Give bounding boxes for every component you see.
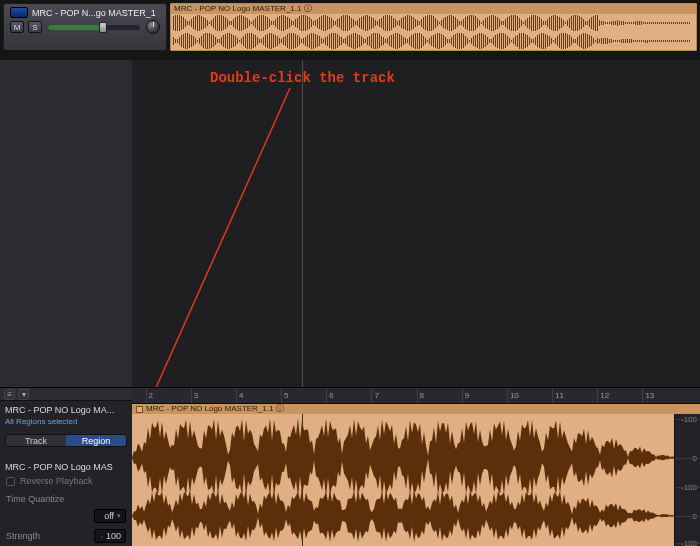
editor-main: 2345678910111213 MRC - POP NO Logo MASTE… bbox=[132, 388, 700, 546]
pan-knob[interactable] bbox=[146, 20, 160, 34]
audio-region[interactable]: MRC - POP NO Logo MASTER_1.1 ⓘ bbox=[170, 3, 697, 51]
ruler-tick: 10 bbox=[507, 388, 519, 403]
track-region-segmented[interactable]: Track Region bbox=[5, 434, 127, 447]
ruler-tick: 4 bbox=[236, 388, 243, 403]
volume-slider[interactable] bbox=[48, 25, 140, 30]
region-color-icon bbox=[136, 406, 143, 413]
chevron-down-icon: ▾ bbox=[117, 512, 121, 520]
time-quantize-select[interactable]: off ▾ bbox=[94, 509, 126, 523]
track-color-thumb[interactable] bbox=[10, 7, 28, 18]
app-root: MRC - POP N...go MASTER_1 M S MRC - POP … bbox=[0, 0, 700, 546]
chevron-updown-icon: ◦ bbox=[100, 533, 102, 540]
solo-button[interactable]: S bbox=[28, 21, 42, 33]
checkbox-icon bbox=[6, 477, 15, 486]
arrange-lane[interactable]: MRC - POP NO Logo MASTER_1.1 ⓘ bbox=[170, 3, 697, 51]
seg-region[interactable]: Region bbox=[66, 435, 126, 446]
editor-selection-subtitle: All Regions selected bbox=[0, 417, 132, 431]
region-label: MRC - POP NO Logo MASTER_1.1 ⓘ bbox=[171, 4, 696, 14]
arrange-canvas[interactable] bbox=[132, 60, 700, 387]
ruler-tick: 11 bbox=[552, 388, 564, 403]
annotation-text: Double-click the track bbox=[210, 70, 395, 86]
ruler-tick: 3 bbox=[191, 388, 198, 403]
track-header[interactable]: MRC - POP N...go MASTER_1 M S bbox=[3, 3, 167, 51]
editor-menu-icon[interactable]: ≡ bbox=[4, 389, 15, 400]
ruler-tick: 13 bbox=[642, 388, 654, 403]
empty-tracks-area bbox=[0, 60, 700, 387]
ruler-tick: 5 bbox=[281, 388, 288, 403]
mute-button[interactable]: M bbox=[10, 21, 24, 33]
region-waveform bbox=[171, 14, 696, 50]
editor-region-label[interactable]: MRC - POP NO Logo MASTER_1.1 ⓘ bbox=[132, 404, 700, 414]
ruler-tick: 2 bbox=[146, 388, 153, 403]
strength-label: Strength bbox=[6, 531, 40, 541]
reverse-playback-checkbox[interactable]: Reverse Playback bbox=[0, 474, 132, 488]
ruler-tick: 7 bbox=[371, 388, 378, 403]
audio-editor: ≡ ▾ MRC - POP NO Logo MA... All Regions … bbox=[0, 387, 700, 546]
region-name-field[interactable]: MRC - POP NO Logo MAS bbox=[0, 458, 132, 474]
ruler-tick: 9 bbox=[462, 388, 469, 403]
editor-tool-icon[interactable]: ▾ bbox=[18, 389, 29, 400]
time-ruler[interactable]: 2345678910111213 bbox=[132, 388, 700, 404]
seg-track[interactable]: Track bbox=[6, 435, 66, 446]
ruler-tick: 8 bbox=[417, 388, 424, 403]
db-scale: -1000-1000-100 bbox=[674, 414, 700, 546]
tracks-area: MRC - POP N...go MASTER_1 M S MRC - POP … bbox=[0, 0, 700, 60]
waveform-area[interactable]: -1000-1000-100 bbox=[132, 414, 700, 546]
ruler-tick: 12 bbox=[597, 388, 609, 403]
editor-side-panel: ≡ ▾ MRC - POP NO Logo MA... All Regions … bbox=[0, 388, 132, 546]
strength-value[interactable]: ◦ 100 bbox=[94, 529, 126, 543]
track-title: MRC - POP N...go MASTER_1 bbox=[32, 8, 156, 18]
editor-filename: MRC - POP NO Logo MA... bbox=[0, 401, 132, 417]
ruler-tick: 6 bbox=[326, 388, 333, 403]
tracks-side-panel bbox=[0, 60, 132, 387]
time-quantize-label: Time Quantize bbox=[0, 488, 132, 506]
